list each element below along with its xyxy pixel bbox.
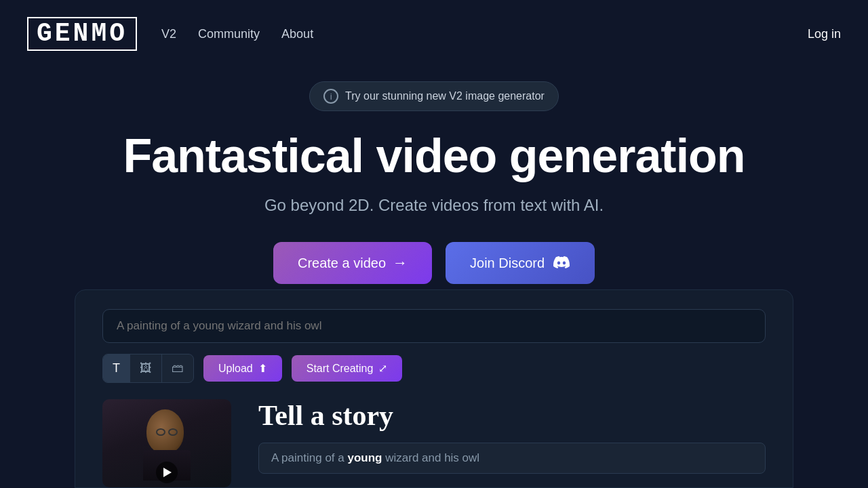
demo-content: Tell a story A painting of a young wizar… xyxy=(102,399,766,487)
demo-caption: A painting of a young wizard and his owl xyxy=(258,443,766,474)
play-icon xyxy=(163,468,172,477)
navbar: GENMO V2 Community About Log in xyxy=(0,0,868,68)
upload-button[interactable]: Upload ⬆ xyxy=(203,355,282,382)
nav-links: V2 Community About xyxy=(161,27,313,41)
login-button[interactable]: Log in xyxy=(808,27,841,41)
cta-buttons: Create a video → Join Discord xyxy=(273,242,595,284)
demo-panel: A painting of a young wizard and his owl… xyxy=(75,289,793,488)
toolbar-icon-group: T 🖼 🗃 xyxy=(102,354,194,383)
gallery-icon: 🗃 xyxy=(172,361,184,375)
arrow-right-icon: → xyxy=(393,254,408,272)
discord-icon xyxy=(553,256,570,270)
caption-prefix: A painting of a xyxy=(271,451,347,464)
caption-suffix: wizard and his owl xyxy=(382,451,479,464)
caption-bold: young xyxy=(347,451,382,464)
info-icon: i xyxy=(323,89,338,104)
announcement-bar[interactable]: i Try our stunning new V2 image generato… xyxy=(309,81,559,111)
logo-text: GENMO xyxy=(27,17,137,51)
join-discord-label: Join Discord xyxy=(470,256,545,271)
text-icon: T xyxy=(113,361,120,375)
demo-right-panel: Tell a story A painting of a young wizar… xyxy=(258,399,766,474)
hero-subtitle: Go beyond 2D. Create videos from text wi… xyxy=(264,196,604,215)
demo-toolbar: T 🖼 🗃 Upload ⬆ Start Creating ⤢ xyxy=(102,354,766,383)
nav-community[interactable]: Community xyxy=(198,27,260,41)
wizard-head xyxy=(146,409,184,453)
glass-left xyxy=(156,428,165,436)
hero-title: Fantastical video generation xyxy=(123,130,745,182)
hero-section: i Try our stunning new V2 image generato… xyxy=(0,68,868,318)
logo[interactable]: GENMO xyxy=(27,17,137,51)
start-creating-button[interactable]: Start Creating ⤢ xyxy=(292,355,403,382)
expand-icon: ⤢ xyxy=(378,362,387,375)
upload-icon: ⬆ xyxy=(258,362,267,375)
demo-thumbnail[interactable] xyxy=(102,399,231,487)
nav-v2[interactable]: V2 xyxy=(161,27,176,41)
create-video-label: Create a video xyxy=(298,256,386,271)
play-button[interactable] xyxy=(156,462,178,483)
announcement-text: Try our stunning new V2 image generator xyxy=(345,90,545,102)
upload-label: Upload xyxy=(218,363,253,375)
nav-about[interactable]: About xyxy=(281,27,313,41)
create-video-button[interactable]: Create a video → xyxy=(273,242,432,284)
toolbar-gallery-icon[interactable]: 🗃 xyxy=(162,354,193,382)
demo-story-title: Tell a story xyxy=(258,399,766,432)
wizard-glasses xyxy=(156,428,182,436)
nav-right: Log in xyxy=(808,27,841,41)
glass-right xyxy=(168,428,178,436)
toolbar-text-icon[interactable]: T xyxy=(103,354,130,382)
toolbar-image-icon[interactable]: 🖼 xyxy=(130,354,162,382)
join-discord-button[interactable]: Join Discord xyxy=(446,242,595,284)
image-icon: 🖼 xyxy=(140,361,152,375)
start-creating-label: Start Creating xyxy=(307,363,374,375)
